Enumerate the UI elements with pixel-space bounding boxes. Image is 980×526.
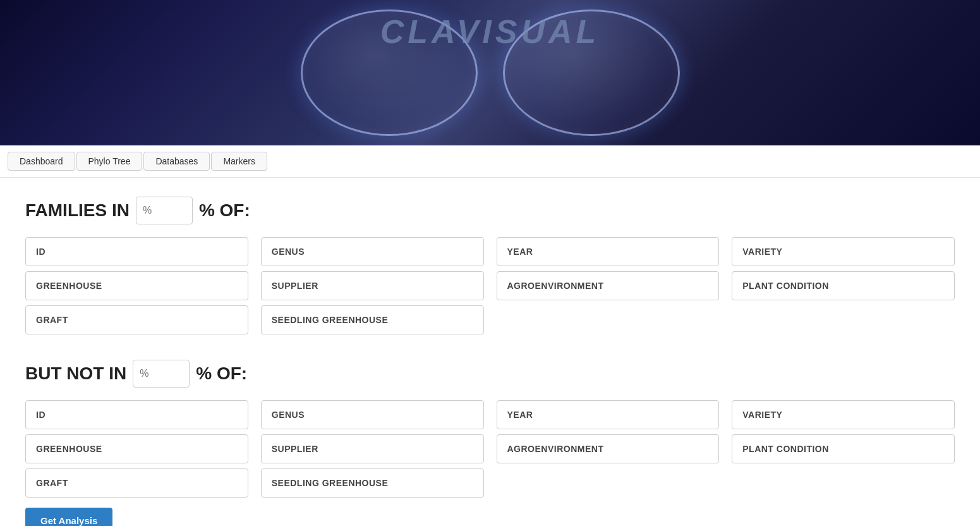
families-col1-item-0[interactable]: ID [25,237,248,266]
families-col1-item-1[interactable]: GREENHOUSE [25,271,248,300]
tab-phylo-tree[interactable]: Phylo Tree [76,152,143,171]
butnotin-col-1: ID GREENHOUSE GRAFT [25,400,248,498]
families-query-row: FAMILIES IN % OF: [25,197,955,224]
section-families-in: FAMILIES IN % OF: ID GREENHOUSE GRAFT GE… [25,197,955,334]
families-col2-item-1[interactable]: SUPPLIER [261,271,484,300]
butnotin-col2-item-2[interactable]: SEEDLING GREENHOUSE [261,468,484,498]
butnotin-col3-item-0[interactable]: YEAR [497,400,720,429]
butnotin-col1-item-0[interactable]: ID [25,400,248,429]
families-col4-item-0[interactable]: VARIETY [732,237,955,266]
tab-dashboard[interactable]: Dashboard [8,152,75,171]
app-title: CLAVISUAL [380,13,600,51]
butnotin-percent-input[interactable] [133,360,190,388]
families-percent-input[interactable] [136,197,193,224]
families-col-3: YEAR AGROENVIRONMENT [497,237,720,334]
butnotin-col4-item-0[interactable]: VARIETY [732,400,955,429]
section-but-not-in: BUT NOT IN % OF: ID GREENHOUSE GRAFT GEN… [25,360,955,526]
families-col-4: VARIETY PLANT CONDITION [732,237,955,334]
families-suffix-label: % OF: [199,200,250,221]
families-col3-item-1[interactable]: AGROENVIRONMENT [497,271,720,300]
app-header: CLAVISUAL [0,0,980,145]
butnotin-col-3: YEAR AGROENVIRONMENT [497,400,720,498]
butnotin-col1-item-2[interactable]: GRAFT [25,468,248,498]
butnotin-prefix-label: BUT NOT IN [25,364,126,384]
butnotin-query-row: BUT NOT IN % OF: [25,360,955,388]
tab-markers[interactable]: Markers [211,152,267,171]
families-prefix-label: FAMILIES IN [25,200,130,221]
butnotin-col-4: VARIETY PLANT CONDITION [732,400,955,498]
butnotin-col3-item-1[interactable]: AGROENVIRONMENT [497,434,720,463]
butnotin-categories-grid: ID GREENHOUSE GRAFT GENUS SUPPLIER SEEDL… [25,400,955,498]
nav-bar: Dashboard Phylo Tree Databases Markers [0,145,980,178]
get-analysis-button[interactable]: Get Analysis [25,508,112,526]
butnotin-col4-item-1[interactable]: PLANT CONDITION [732,434,955,463]
families-col-1: ID GREENHOUSE GRAFT [25,237,248,334]
butnotin-col2-item-1[interactable]: SUPPLIER [261,434,484,463]
main-content: FAMILIES IN % OF: ID GREENHOUSE GRAFT GE… [0,178,980,526]
butnotin-suffix-label: % OF: [196,364,247,384]
families-col4-item-1[interactable]: PLANT CONDITION [732,271,955,300]
families-col3-item-0[interactable]: YEAR [497,237,720,266]
butnotin-col-2: GENUS SUPPLIER SEEDLING GREENHOUSE [261,400,484,498]
butnotin-col1-item-1[interactable]: GREENHOUSE [25,434,248,463]
families-col-2: GENUS SUPPLIER SEEDLING GREENHOUSE [261,237,484,334]
families-col1-item-2[interactable]: GRAFT [25,305,248,334]
butnotin-col2-item-0[interactable]: GENUS [261,400,484,429]
families-col2-item-0[interactable]: GENUS [261,237,484,266]
tab-databases[interactable]: Databases [143,152,210,171]
families-col2-item-2[interactable]: SEEDLING GREENHOUSE [261,305,484,334]
families-categories-grid: ID GREENHOUSE GRAFT GENUS SUPPLIER SEEDL… [25,237,955,334]
